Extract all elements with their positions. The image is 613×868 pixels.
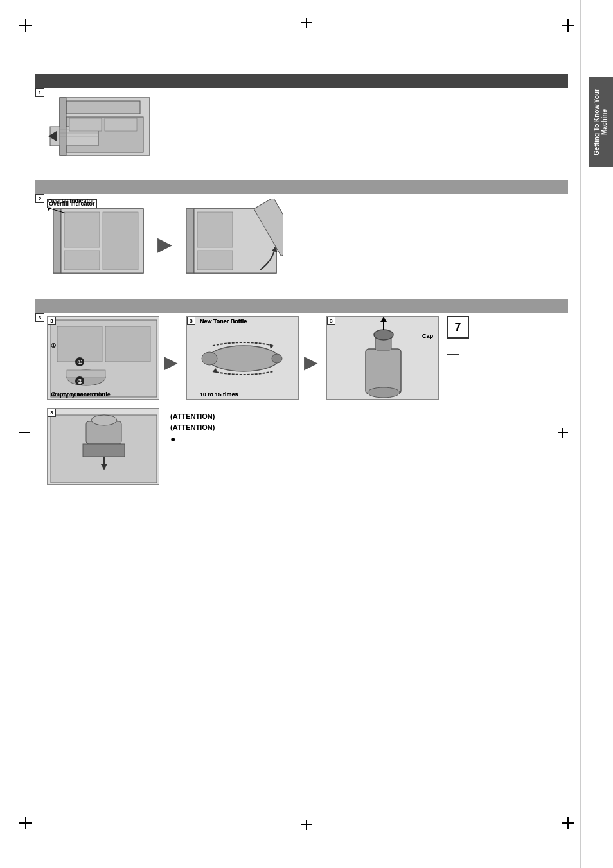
svg-point-38 xyxy=(272,354,282,363)
step2-svg1 xyxy=(47,199,150,276)
cap-label-text: Cap xyxy=(422,333,433,339)
step3a-box: 3 xyxy=(48,317,56,325)
step2-content: 2 Overfill Indicator xyxy=(35,194,568,284)
step3c-svg xyxy=(327,317,440,400)
page-number-area: 7 xyxy=(447,316,469,355)
page-number: 7 xyxy=(447,316,469,339)
svg-rect-21 xyxy=(186,209,194,273)
step3-arrow1: ▶ xyxy=(164,351,178,373)
new-toner-label-text: New Toner Bottle xyxy=(200,318,247,324)
section1-bar xyxy=(35,74,568,88)
step3-num-box: 3 xyxy=(35,313,44,322)
sidebar-tab: Getting To Know Your Machine xyxy=(589,77,613,167)
svg-rect-28 xyxy=(57,326,102,362)
svg-text:①: ① xyxy=(77,359,82,366)
svg-rect-9 xyxy=(69,118,102,131)
svg-rect-14 xyxy=(64,212,100,247)
svg-point-36 xyxy=(208,346,279,371)
step1-num-box: 1 xyxy=(35,88,44,97)
shake-label-text: 10 to 15 times xyxy=(200,391,238,398)
overfill-label: Overfill Indicator xyxy=(48,198,94,204)
svg-rect-5 xyxy=(60,98,66,155)
step3d-svg xyxy=(48,409,160,486)
step3a-svg: ① ② xyxy=(48,317,160,400)
svg-point-49 xyxy=(91,415,117,425)
num1-label: ① xyxy=(51,342,56,349)
step3-illus-c: 3 Cap Cap xyxy=(326,316,439,400)
crosshair-left xyxy=(18,428,31,441)
step1-content: 1 xyxy=(35,88,568,165)
svg-marker-40 xyxy=(213,368,217,373)
svg-rect-41 xyxy=(366,349,401,394)
section2-bar xyxy=(35,180,568,194)
step3b-svg xyxy=(187,317,299,400)
bullet-symbol: ● xyxy=(170,434,175,443)
step3-checkbox xyxy=(447,342,459,355)
step2-illus1: Overfill Indicator xyxy=(47,199,150,278)
step1-illustration xyxy=(47,91,163,164)
attention-label: (ATTENTION) xyxy=(170,412,440,420)
svg-rect-29 xyxy=(105,326,150,362)
step2-num-box: 2 xyxy=(35,194,44,203)
svg-rect-10 xyxy=(105,118,137,131)
reg-mark-bl xyxy=(19,817,32,829)
svg-rect-23 xyxy=(197,212,233,247)
sidebar-tab-label: Getting To Know Your Machine xyxy=(593,77,609,167)
svg-marker-39 xyxy=(269,344,274,349)
step3c-box: 3 xyxy=(327,317,335,325)
svg-text:②: ② xyxy=(77,378,82,385)
svg-point-46 xyxy=(368,387,400,398)
svg-point-43 xyxy=(374,330,393,340)
step3-illus-d: 3 xyxy=(47,408,159,485)
attention-area: (ATTENTION) (ATTENTION) ● xyxy=(170,412,440,443)
svg-rect-12 xyxy=(53,209,61,273)
main-content: 1 xyxy=(35,0,574,868)
step1-svg xyxy=(47,91,163,162)
svg-rect-31 xyxy=(67,370,105,378)
step3-illus-a: 3 ① ② Empty Toner Bottle xyxy=(47,316,159,400)
svg-rect-4 xyxy=(66,101,140,114)
empty-toner-label-text: ② Empty Toner Bottle xyxy=(51,391,111,398)
svg-marker-45 xyxy=(380,317,387,322)
step2-svg2 xyxy=(180,199,283,276)
right-vline xyxy=(580,0,581,868)
section3-bar xyxy=(35,299,568,313)
svg-rect-50 xyxy=(83,444,125,457)
step2-illus2 xyxy=(180,199,283,278)
step3b-box: 3 xyxy=(187,317,195,325)
step3d-box: 3 xyxy=(48,409,56,417)
step3-illus-b: 3 New Toner Bottle New Toner Bottle xyxy=(186,316,299,400)
attention-label-text: (ATTENTION) xyxy=(170,423,440,431)
svg-rect-16 xyxy=(103,212,138,270)
svg-point-37 xyxy=(202,352,217,365)
svg-rect-24 xyxy=(197,251,233,270)
step3-arrow2: ▶ xyxy=(304,351,318,373)
svg-rect-15 xyxy=(64,251,100,270)
step2-arrow: ▶ xyxy=(157,233,172,255)
bullet-row: ● xyxy=(170,434,440,443)
reg-mark-tl xyxy=(19,19,32,32)
step3-content: 3 3 ① ② xyxy=(35,313,568,493)
